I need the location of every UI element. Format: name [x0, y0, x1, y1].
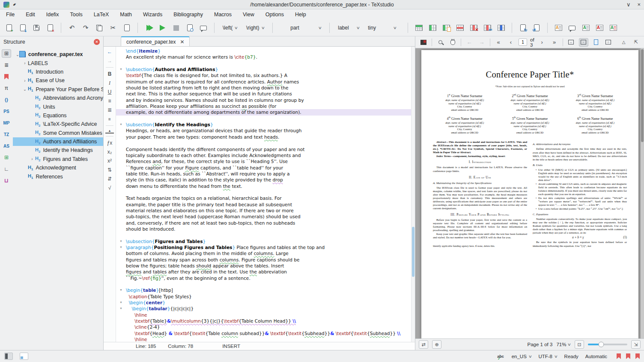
editor-line[interactable]: figures and tables may span across both …	[116, 257, 415, 263]
structure-item-references[interactable]: H1References	[13, 172, 103, 181]
editor-line[interactable]	[116, 140, 415, 146]
compile-button[interactable]	[157, 22, 168, 33]
editor-line[interactable]: ``figure caption'' for your Figure capti…	[116, 165, 415, 171]
editor-line[interactable]: ▾\subsection{Authors and Affiliations}	[116, 66, 415, 72]
editor-tool-align-center[interactable]: ≣	[105, 106, 114, 114]
log-button[interactable]	[198, 22, 209, 33]
pdf-fit-width-button[interactable]: ↔	[566, 38, 576, 47]
editor-line[interactable]: \cline{2-4}	[116, 324, 415, 330]
pdf-next-page-button[interactable]: ›	[537, 38, 547, 47]
table-add-column-button[interactable]	[427, 22, 438, 33]
save-button[interactable]	[31, 22, 42, 33]
sidebar-tab-metapost[interactable]: MP	[2, 119, 11, 127]
editor-line[interactable]: An excellent style manual for science wr…	[116, 54, 415, 60]
spellcheck-icon[interactable]: abc✓	[497, 354, 505, 359]
pdf-fullscreen-button[interactable]: ⇲	[631, 340, 641, 349]
pdf-prev-page-button[interactable]: ‹	[506, 38, 516, 47]
fold-marker[interactable]: ▾	[116, 306, 126, 312]
pdf-zoom-tool-button[interactable]	[435, 38, 445, 47]
editor-line[interactable]	[116, 116, 415, 122]
editor-tool-align-left[interactable]: ≡	[105, 97, 114, 105]
editor-line[interactable]: \hline	[116, 312, 415, 318]
right-delimiter-dropdown[interactable]: \right)∨	[243, 24, 267, 32]
encoding-dropdown[interactable]: UTF-8∨	[538, 354, 557, 359]
undo-button[interactable]: ↶	[66, 22, 78, 33]
pdf-zoom-dropdown[interactable]: 71%∨	[556, 342, 571, 347]
editor-line[interactable]: example, the paper title is the primary …	[116, 202, 415, 208]
editor-line[interactable]: below the figures; table heads should ap…	[116, 263, 415, 269]
sidebar-tab-todo-list[interactable]: ≣	[2, 61, 11, 69]
left-delimiter-dropdown[interactable]: \left(∨	[220, 24, 241, 32]
editor-line[interactable]: ▾ \begin{tabular}{|c|c|c|c|}	[116, 306, 415, 312]
structure-item-latex-specific-advice[interactable]: H2\LaTeX-Specific Advice	[13, 120, 103, 128]
editor-line[interactable]: Text heads organize the topics on a rela…	[116, 195, 415, 201]
editor-line[interactable]: \textbf{Head} & \textbf{\textit{Table co…	[116, 330, 415, 336]
editor-line[interactable]: and, conversely, if there are not at lea…	[116, 220, 415, 226]
bookmark-icon[interactable]	[626, 353, 630, 359]
editor-tool-align-right[interactable]: ≡	[105, 115, 114, 123]
fold-marker[interactable]: ▾	[116, 122, 126, 128]
pdf-page-input[interactable]	[519, 39, 527, 46]
pdf-forward-button[interactable]: →	[477, 38, 486, 47]
close-structure-panel-icon[interactable]: ✕	[94, 39, 100, 45]
menu-view[interactable]: View	[243, 12, 254, 18]
editor-tool-superscript[interactable]: x²	[105, 157, 114, 165]
reformat-latex-button[interactable]	[517, 22, 528, 33]
table-remove-column-button[interactable]	[468, 22, 479, 33]
editor-line[interactable]: sub-topics, the next level head (upperca…	[116, 214, 415, 220]
editor-line[interactable]: \end{itemize}	[116, 48, 415, 54]
menu-bibliography[interactable]: Bibliography	[173, 12, 203, 18]
menu-options[interactable]: Options	[265, 12, 284, 18]
editor-tool-sqrt[interactable]: √	[105, 184, 114, 192]
expander-icon[interactable]: ›	[29, 157, 35, 161]
pdf-jump-to-source-button[interactable]: ⊕	[432, 340, 441, 349]
menu-tools[interactable]: Tools	[70, 12, 83, 18]
pdf-zoom-slider[interactable]	[588, 344, 627, 345]
structure-item-ease-of-use[interactable]: ›H1Ease of Use	[13, 76, 103, 85]
fold-marker[interactable]: ▾	[116, 244, 126, 250]
convert-to-latex-button[interactable]	[531, 22, 542, 33]
menu-file[interactable]: File	[6, 12, 15, 18]
expander-icon[interactable]: ›	[22, 61, 28, 65]
sidebar-tab-tikz[interactable]: TZ	[2, 130, 11, 139]
menu-latex[interactable]: LaTeX	[94, 12, 109, 18]
editor-line[interactable]: ▾\begin{table}[htbp]	[116, 287, 415, 293]
editor-line[interactable]: \caption{Table Type Styles}	[116, 294, 415, 300]
editor-line[interactable]: ▾ \begin{center}	[116, 300, 415, 306]
menu-help[interactable]: Help	[295, 12, 306, 18]
language-dropdown[interactable]: en_US∨	[512, 354, 532, 359]
tab-conference-paper[interactable]: conference_paper.tex ✕	[121, 36, 190, 46]
editor-line[interactable]: material relates and elaborates on this …	[116, 208, 415, 214]
editor-line[interactable]: ▾\subsection{Identify the Headings}	[116, 122, 415, 128]
pdf-scrollbar[interactable]	[641, 48, 644, 338]
copy-button[interactable]	[94, 22, 105, 33]
bookmark-icon[interactable]	[617, 353, 621, 359]
table-paste-column-button[interactable]	[441, 22, 452, 33]
structure-item-prepare-your-paper-before-styling[interactable]: ⌄H1Prepare Your Paper Before Styling	[13, 85, 103, 94]
label-dropdown[interactable]: label∨	[335, 24, 362, 32]
editor-line[interactable]: your paper. There are two types: compone…	[116, 134, 415, 140]
stop-button[interactable]	[170, 22, 182, 33]
cut-button[interactable]: ✂	[107, 22, 119, 33]
editor-scrollbar-thumb[interactable]	[412, 227, 414, 277]
review-track-button[interactable]	[608, 22, 619, 33]
sidebar-tab-asymptote[interactable]: AS	[2, 142, 11, 150]
close-document-button[interactable]: ×	[45, 22, 56, 33]
sidebar-tab-axis[interactable]: ∟	[2, 165, 11, 173]
pdf-zoom-slider-knob[interactable]	[599, 342, 604, 347]
pdf-first-page-button[interactable]: «	[494, 38, 503, 47]
pdf-back-button[interactable]: ←	[465, 38, 474, 47]
sidebar-tab-brackets[interactable]: {}	[2, 95, 11, 104]
editor-line[interactable]: example, do not differentiate among depa…	[116, 109, 415, 115]
editor-line[interactable]: ▾\subsection{Figures and Tables}	[116, 238, 415, 244]
expander-icon[interactable]: ›	[22, 78, 28, 83]
pdf-collapse-toolbar-icon[interactable]: △	[619, 38, 629, 47]
editor-tool-underline[interactable]: U	[105, 88, 114, 96]
sidebar-tab-bookmarks[interactable]	[2, 72, 11, 81]
pdf-single-page-button[interactable]	[591, 38, 601, 47]
editor-line[interactable]	[116, 281, 415, 287]
expander-icon[interactable]: ⌄	[22, 87, 28, 92]
editor-line[interactable]: \hline	[116, 336, 415, 342]
structure-item-some-common-mistakes[interactable]: H2Some Common Mistakes	[13, 129, 103, 137]
editor-tool-frac[interactable]: ⇅	[105, 166, 114, 174]
